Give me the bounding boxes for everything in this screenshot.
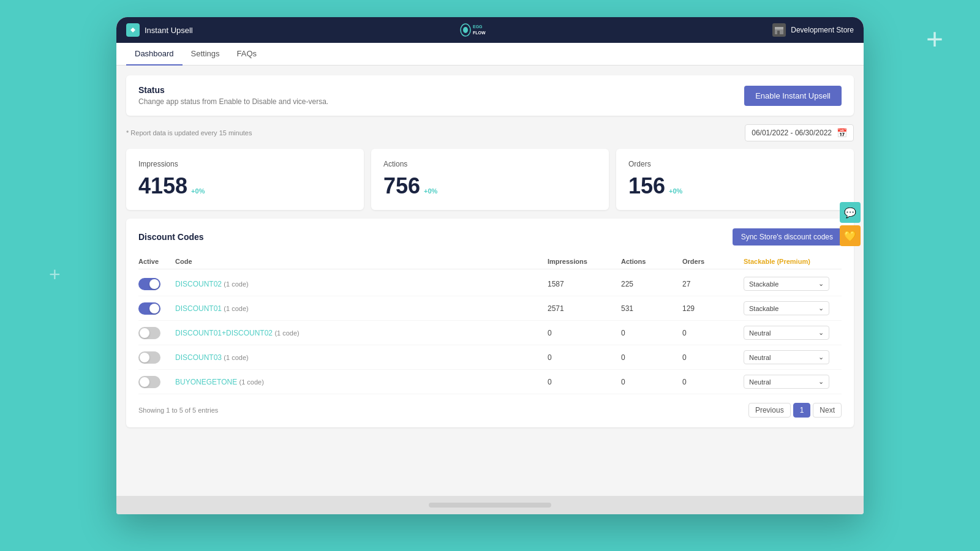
svg-rect-8 [777,31,780,34]
stat-label-actions: Actions [383,160,597,168]
td-orders-1: 129 [682,304,744,313]
main-content: Status Change app status from Enable to … [116,66,864,496]
td-code-2[interactable]: DISCOUNT01+DISCOUNT02 (1 code) [175,329,548,337]
next-button[interactable]: Next [813,403,842,418]
svg-point-2 [463,27,468,33]
td-code-4[interactable]: BUYONEGETONE (1 code) [175,378,548,386]
decoration-plus-icon-left: + [49,263,61,286]
th-active: Active [138,258,175,265]
stackable-select-0[interactable]: Stackable ⌄ [744,277,829,291]
enable-button[interactable]: Enable Instant Upsell [744,86,842,106]
stat-value-orders: 156 +0% [628,173,842,199]
td-active-1 [138,302,175,315]
toggle-2[interactable] [138,327,160,339]
stats-grid: Impressions 4158 +0% Actions 756 +0% [126,149,854,210]
toggle-0[interactable] [138,278,160,290]
stackable-select-3[interactable]: Neutral ⌄ [744,350,829,364]
th-actions: Actions [621,258,682,265]
table-row: DISCOUNT02 (1 code) 1587 225 27 Stackabl… [138,272,842,296]
toggle-1[interactable] [138,302,160,315]
discount-table: Active Code Impressions Actions Orders S… [138,254,842,418]
eggflow-logo-svg: EGG FLOW [458,21,507,39]
laptop-shell: Instant Upsell EGG FLOW [116,17,864,514]
report-note: * Report data is updated every 15 minute… [126,129,252,137]
subnav-faqs[interactable]: FAQs [228,43,266,66]
discount-card: Discount Codes Sync Store's discount cod… [126,219,854,427]
prev-button[interactable]: Previous [748,403,791,418]
td-stackable-4: Neutral ⌄ [744,375,842,389]
discount-title: Discount Codes [138,232,204,242]
th-orders: Orders [682,258,744,265]
store-icon [772,23,786,37]
td-actions-4: 0 [621,378,682,386]
th-stackable: Stackable (Premium) [744,258,842,265]
stackable-select-4[interactable]: Neutral ⌄ [744,375,829,389]
toggle-3[interactable] [138,351,160,364]
table-head: Active Code Impressions Actions Orders S… [138,254,842,269]
app-brand-name: Instant Upsell [145,26,193,35]
status-card: Status Change app status from Enable to … [126,75,854,116]
page-1-button[interactable]: 1 [793,403,811,418]
discount-header: Discount Codes Sync Store's discount cod… [138,228,842,246]
stat-change-actions: +0% [424,187,437,195]
stackable-select-2[interactable]: Neutral ⌄ [744,326,829,340]
td-impressions-4: 0 [548,378,621,386]
th-code: Code [175,258,548,265]
table-body: DISCOUNT02 (1 code) 1587 225 27 Stackabl… [138,272,842,394]
svg-text:EGG: EGG [473,24,483,29]
dev-store-label: Development Store [791,26,854,34]
laptop-screen: Instant Upsell EGG FLOW [116,17,864,496]
td-code-3[interactable]: DISCOUNT03 (1 code) [175,353,548,362]
sync-button[interactable]: Sync Store's discount codes [733,228,842,246]
topbar-left: Instant Upsell [126,23,193,37]
td-stackable-3: Neutral ⌄ [744,350,842,364]
chat-button[interactable]: 💬 [840,202,861,223]
td-actions-0: 225 [621,280,682,288]
td-impressions-0: 1587 [548,280,621,288]
pagination-info: Showing 1 to 5 of 5 entries [138,407,218,414]
table-row: DISCOUNT03 (1 code) 0 0 0 Neutral ⌄ [138,345,842,370]
td-orders-3: 0 [682,353,744,362]
stat-card-orders: Orders 156 +0% [616,149,854,210]
td-code-0[interactable]: DISCOUNT02 (1 code) [175,280,548,288]
stat-value-impressions: 4158 +0% [138,173,352,199]
stat-value-actions: 756 +0% [383,173,597,199]
td-stackable-1: Stackable ⌄ [744,301,842,315]
date-picker[interactable]: 06/01/2022 - 06/30/2022 📅 [745,124,854,141]
topbar-right: Development Store [772,23,854,37]
stackable-select-1[interactable]: Stackable ⌄ [744,301,829,315]
status-info: Status Change app status from Enable to … [138,85,328,106]
svg-rect-7 [775,27,783,29]
table-row: BUYONEGETONE (1 code) 0 0 0 Neutral ⌄ [138,370,842,394]
td-active-4 [138,376,175,388]
td-impressions-3: 0 [548,353,621,362]
app-logo-icon [126,23,140,37]
table-row: DISCOUNT01+DISCOUNT02 (1 code) 0 0 0 Neu… [138,321,842,345]
td-actions-1: 531 [621,304,682,313]
td-active-2 [138,327,175,339]
th-impressions: Impressions [548,258,621,265]
svg-text:FLOW: FLOW [473,31,486,35]
subnav-settings[interactable]: Settings [183,43,228,66]
calendar-icon: 📅 [837,128,847,138]
td-code-1[interactable]: DISCOUNT01 (1 code) [175,304,548,313]
toggle-4[interactable] [138,376,160,388]
pagination-row: Showing 1 to 5 of 5 entries Previous 1 N… [138,403,842,418]
subnav-dashboard[interactable]: Dashboard [126,43,183,66]
stat-card-impressions: Impressions 4158 +0% [126,149,364,210]
eggflow-logo: EGG FLOW [458,21,507,39]
heart-button[interactable]: 💛 [840,225,861,246]
td-active-0 [138,278,175,290]
td-actions-2: 0 [621,329,682,337]
laptop-base [116,496,864,514]
laptop-notch [429,503,551,508]
td-orders-2: 0 [682,329,744,337]
td-active-3 [138,351,175,364]
report-row: * Report data is updated every 15 minute… [126,124,854,141]
td-stackable-0: Stackable ⌄ [744,277,842,291]
stat-label-impressions: Impressions [138,160,352,168]
pagination-controls: Previous 1 Next [748,403,842,418]
table-row: DISCOUNT01 (1 code) 2571 531 129 Stackab… [138,296,842,321]
td-stackable-2: Neutral ⌄ [744,326,842,340]
stat-card-actions: Actions 756 +0% [371,149,609,210]
